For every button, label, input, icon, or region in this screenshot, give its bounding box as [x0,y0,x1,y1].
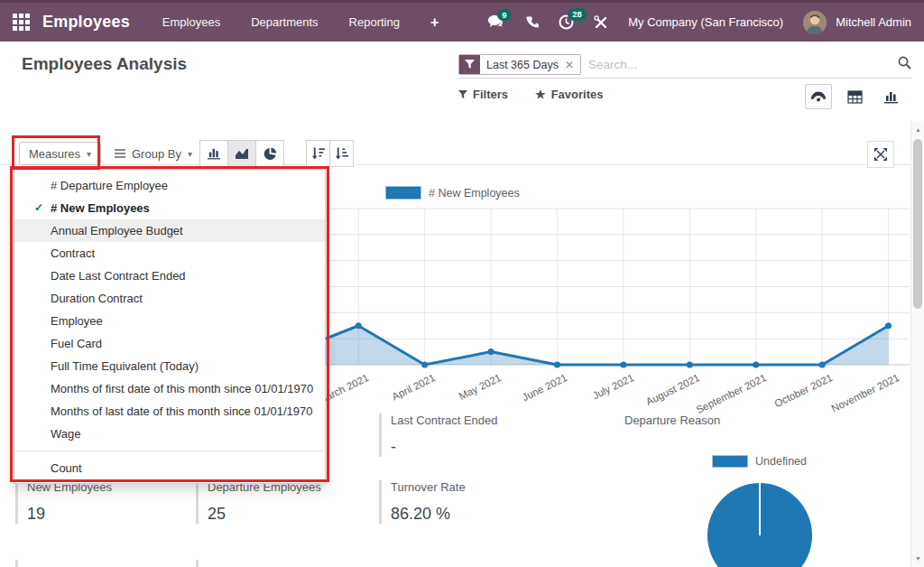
filters-label: Filters [473,88,508,101]
measures-menu-item[interactable]: ✓ Employee [14,310,325,332]
measures-menu-item[interactable]: ✓ Months of last date of this month sinc… [14,400,325,423]
legend-swatch [712,455,748,468]
group-by-button[interactable]: Group By ▾ [115,142,192,165]
view-switcher [805,84,904,109]
remove-facet-icon[interactable]: ✕ [565,59,574,71]
top-navbar: Employees EmployeesDepartmentsReporting … [0,0,924,42]
graph-view-button[interactable] [877,84,904,109]
star-icon: ★ [535,88,546,101]
favorites-button[interactable]: ★ Favorites [535,88,603,101]
tools-icon[interactable] [594,15,608,30]
measures-menu-item[interactable]: ✓ Full Time Equivalent (Today) [14,355,325,377]
kpi-card-new-employees[interactable]: New Employees 19 [15,480,182,524]
messages-icon[interactable]: 9 [488,15,505,30]
user-avatar[interactable] [803,11,827,34]
current-app-title[interactable]: Employees [42,13,130,32]
sort-ascending-button[interactable] [329,140,354,167]
pie-chart-card: Departure Reason [624,414,720,427]
sort-group [307,140,354,167]
kpi-value: 25 [208,505,367,524]
measures-dropdown: ✓ # Departure Employee ✓ # New Employees… [14,169,326,484]
legend-swatch [385,186,421,200]
scroll-up-icon[interactable]: ▲ [911,126,924,133]
messages-badge: 9 [497,9,511,22]
sort-descending-button[interactable] [306,140,330,167]
scroll-down-icon[interactable]: ▼ [911,555,924,562]
kpi-card-last-contract[interactable]: Last Contract Ended - [379,414,591,457]
scrollbar-thumb[interactable] [913,139,922,309]
measures-menu-item[interactable]: ✓ Wage [14,423,325,445]
plus-menu-icon[interactable]: + [430,14,439,31]
measures-button[interactable]: Measures ▾ [19,142,101,165]
search-bar[interactable]: Last 365 Days ✕ [458,51,911,79]
dashboard-view-button[interactable] [805,84,832,109]
list-view-button[interactable] [841,84,868,109]
page-title: Employees Analysis [22,54,187,74]
hamburger-icon [115,149,125,158]
pie-legend-label: Undefined [755,455,807,468]
kpi-card-turnover-rate[interactable]: Turnover Rate 86.20 % [379,480,591,524]
facet-label: Last 365 Days [486,59,559,71]
nav-menu-item[interactable]: Employees [162,15,220,29]
measures-menu-item[interactable]: ✓ Duration Contract [14,287,325,310]
legend-label: # New Employees [429,187,520,200]
pie-chart-svg[interactable] [697,472,823,567]
kpi-value: 19 [27,505,182,524]
check-icon: ✓ [34,201,43,215]
kpi-value: - [391,438,591,457]
kpi-label: Last Contract Ended [391,414,591,427]
count-label: Count [51,461,82,475]
kpi-card-departure-employees[interactable]: Departure Employees 25 [196,480,367,524]
line-chart-legend[interactable]: # New Employees [385,186,520,200]
employees-analysis-page: Employees EmployeesDepartmentsReporting … [0,0,924,567]
measures-menu-item[interactable]: ✓ Date Last Contract Ended [14,265,325,287]
search-icon[interactable] [898,56,911,73]
menu-divider [14,451,325,451]
search-options: Filters ★ Favorites [458,88,603,101]
filters-button[interactable]: Filters [458,88,508,101]
search-input[interactable] [581,58,898,71]
user-name[interactable]: Mitchell Admin [836,15,911,29]
measures-menu-item[interactable]: ✓ Months of first date of this month sin… [14,377,325,400]
vertical-scrollbar[interactable]: ▲ ▼ [910,121,924,567]
measures-menu-item[interactable]: ✓ Annual Employee Budget [14,219,325,242]
search-facet: Last 365 Days ✕ [458,54,581,75]
activities-badge: 28 [568,8,587,21]
measures-menu-item[interactable]: ✓ # Departure Employee [14,174,325,197]
company-switcher[interactable]: My Company (San Francisco) [628,15,783,29]
measures-label: Measures [29,147,80,161]
kpi-value: 86.20 % [391,505,591,524]
filter-funnel-icon [459,55,480,74]
favorites-label: Favorites [551,88,604,101]
phone-icon[interactable] [525,15,539,29]
bar-chart-button[interactable] [199,140,228,167]
expand-fullscreen-button[interactable] [867,141,894,168]
measures-menu-item[interactable]: ✓ # New Employees [14,197,325,219]
nav-menu-item[interactable]: Reporting [349,15,400,29]
caret-down-icon: ▾ [188,149,192,159]
measures-menu-item[interactable]: ✓ Contract [14,242,325,265]
app-menu: EmployeesDepartmentsReporting [162,15,400,29]
control-panel: Employees Analysis Last 365 Days ✕ Filte… [0,44,924,120]
chart-type-group [200,140,284,167]
pie-chart-legend[interactable]: Undefined [712,455,807,468]
apps-menu-icon[interactable] [13,14,30,31]
caret-down-icon: ▾ [87,149,91,159]
kpi-card-partial [15,560,182,567]
activities-clock-icon[interactable]: 28 [559,14,574,30]
measures-menu-item[interactable]: ✓ Fuel Card [14,332,325,355]
line-chart-button[interactable] [227,140,256,167]
measures-menu-item-count[interactable]: Count [14,457,325,479]
pie-chart-button[interactable] [255,140,284,167]
pie-chart-title: Departure Reason [624,414,720,427]
kpi-card-partial [196,560,367,567]
kpi-label: Turnover Rate [391,480,591,494]
group-by-label: Group By [132,147,181,161]
nav-menu-item[interactable]: Departments [251,15,318,29]
